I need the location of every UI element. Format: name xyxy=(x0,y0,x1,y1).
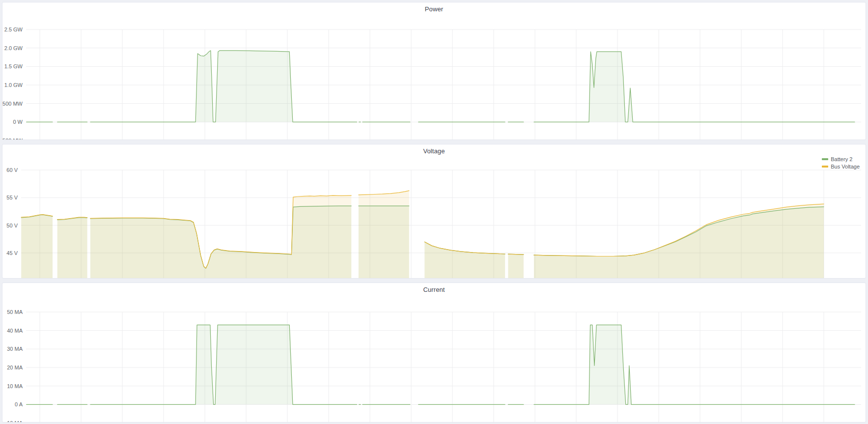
y-axis-tick-label: 50 MA xyxy=(7,309,23,315)
y-axis-tick-label: 10 MA xyxy=(7,383,23,389)
bus-voltage-area xyxy=(90,196,351,278)
bus-voltage-area xyxy=(359,191,409,278)
y-axis-tick-label: 60 V xyxy=(6,167,18,173)
legend-label: Bus Voltage xyxy=(831,164,860,170)
power-area xyxy=(90,51,357,122)
legend-item-battery-2[interactable]: Battery 2 xyxy=(822,156,860,162)
series-areas xyxy=(21,191,824,278)
current-area xyxy=(90,325,357,404)
y-axis-tick-label: 0 A xyxy=(15,401,23,407)
y-axis-tick-label: 45 V xyxy=(6,250,18,256)
legend-item-bus-voltage[interactable]: Bus Voltage xyxy=(822,164,860,170)
current-area xyxy=(534,325,855,404)
dashboard: Power 2.5 GW2.0 GW1.5 GW1.0 GW500 MW0 W-… xyxy=(0,0,868,424)
power-line xyxy=(534,52,855,122)
y-axis-tick-label: 50 V xyxy=(6,223,18,228)
y-axis-tick-label: 2.5 GW xyxy=(4,27,23,32)
y-axis-tick-label: 55 V xyxy=(6,195,18,200)
legend-color-icon xyxy=(822,158,828,160)
y-axis-tick-label: 30 MA xyxy=(7,346,23,352)
voltage-panel: Voltage Battery 2 Bus Voltage 60 V55 V50… xyxy=(2,144,866,279)
current-panel-header[interactable]: Current xyxy=(2,283,866,296)
panel-title: Current xyxy=(423,286,445,293)
gridlines xyxy=(26,312,861,422)
voltage-chart[interactable]: 60 V55 V50 V45 V40 V15:1215:1415:1615:18… xyxy=(2,157,866,278)
bus-voltage-area xyxy=(508,254,524,278)
axis-labels: 50 MA40 MA30 MA20 MA10 MA0 A-10 MA15:121… xyxy=(5,309,831,422)
y-axis-tick-label: 1.5 GW xyxy=(4,63,23,69)
y-axis-tick-label: 40 V xyxy=(6,278,18,278)
bus-voltage-area xyxy=(21,215,53,278)
legend-color-icon xyxy=(822,166,828,168)
series-areas xyxy=(27,51,855,122)
y-axis-tick-label: -500 MW xyxy=(2,138,23,140)
y-axis-tick-label: 0 W xyxy=(13,119,23,125)
y-axis-tick-label: 500 MW xyxy=(2,101,23,107)
y-axis-tick-label: 40 MA xyxy=(7,328,23,334)
current-chart[interactable]: 50 MA40 MA30 MA20 MA10 MA0 A-10 MA15:121… xyxy=(2,296,866,422)
y-axis-tick-label: 1.0 GW xyxy=(4,82,23,88)
axis-labels: 2.5 GW2.0 GW1.5 GW1.0 GW500 MW0 W-500 MW… xyxy=(2,27,831,140)
gridlines xyxy=(26,29,861,140)
power-chart[interactable]: 2.5 GW2.0 GW1.5 GW1.0 GW500 MW0 W-500 MW… xyxy=(2,15,866,140)
current-line xyxy=(534,325,855,404)
series-lines xyxy=(27,325,855,404)
series-areas xyxy=(27,325,855,404)
bus-voltage-area xyxy=(57,217,87,278)
bus-voltage-area xyxy=(534,204,824,278)
y-axis-tick-label: 20 MA xyxy=(7,365,23,370)
voltage-panel-header[interactable]: Voltage xyxy=(2,144,866,157)
panel-title: Voltage xyxy=(423,147,445,155)
panel-title: Power xyxy=(425,5,443,13)
legend: Battery 2 Bus Voltage xyxy=(822,156,860,170)
power-area xyxy=(534,52,855,122)
y-axis-tick-label: 2.0 GW xyxy=(4,45,23,51)
y-axis-tick-label: -10 MA xyxy=(5,420,23,422)
legend-label: Battery 2 xyxy=(831,156,852,162)
power-panel-header[interactable]: Power xyxy=(2,2,866,15)
current-panel: Current 50 MA40 MA30 MA20 MA10 MA0 A-10 … xyxy=(2,283,866,423)
series-lines xyxy=(27,51,855,122)
power-panel: Power 2.5 GW2.0 GW1.5 GW1.0 GW500 MW0 W-… xyxy=(2,2,866,140)
